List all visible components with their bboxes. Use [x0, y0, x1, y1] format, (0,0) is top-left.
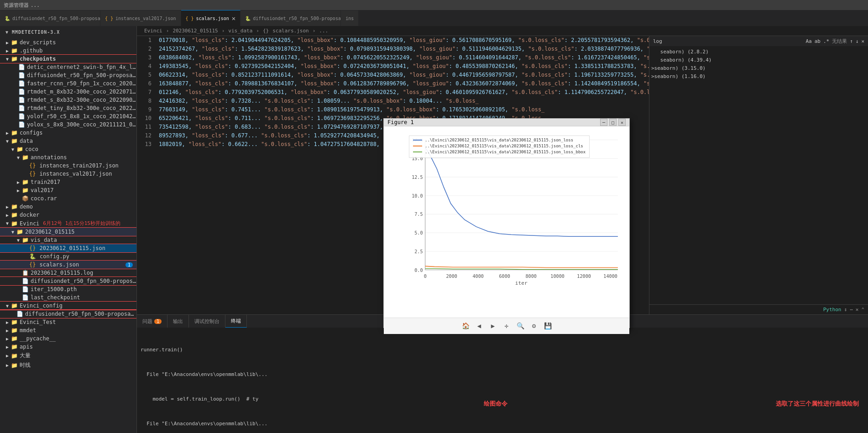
- file-icon-diffdet-evinci: 📄: [22, 278, 29, 284]
- sidebar-item-demo[interactable]: ▶ 📁 demo: [0, 203, 136, 211]
- sidebar-item-rtmdet-tiny[interactable]: 📄 rtmdet_tiny_8xb32-300e_coco_20220902_1…: [0, 104, 136, 112]
- sidebar-item-rtmdet-s[interactable]: 📄 rtmdet_s_8xb32-300e_coco_20220905_1616…: [0, 96, 136, 104]
- sidebar-item-checkpoints[interactable]: ▼ 📁 checkpoints: [0, 55, 136, 63]
- sidebar-item-cocorar[interactable]: 📦 coco.rar: [0, 194, 136, 203]
- terminal-content[interactable]: runner.train() File "E:\Anaconda\envs\op…: [137, 328, 868, 433]
- tab-debug-console[interactable]: 调试控制台: [189, 315, 225, 328]
- sidebar-item-configs[interactable]: ▶ 📁 configs: [0, 129, 136, 137]
- chart-home[interactable]: 🏠: [460, 321, 471, 331]
- search-down[interactable]: ↓: [856, 38, 859, 44]
- svg-text:10.0: 10.0: [412, 193, 423, 198]
- sidebar-item-config-py[interactable]: 🐍 config.py: [0, 252, 136, 261]
- sidebar-item-shixian[interactable]: ▶ 📁 时线: [0, 360, 136, 370]
- sidebar-item-log[interactable]: 📋 20230612_015115.log: [0, 269, 136, 277]
- sidebar-item-train2017[interactable]: ▶ 📁 train2017: [0, 178, 136, 186]
- sidebar-item-train-json[interactable]: {} instances_train2017.json: [0, 162, 136, 170]
- sidebar-item-diffdet-config[interactable]: 📄 diffusiondet_r50_fpn_500-proposals_1-s…: [0, 310, 136, 318]
- sidebar-item-docker[interactable]: ▶ 📁 docker: [0, 211, 136, 219]
- loss-bbox-curve: [425, 268, 618, 269]
- search-regex[interactable]: .*: [823, 38, 829, 44]
- search-aa[interactable]: Aa: [805, 38, 811, 44]
- chart-configure[interactable]: ⚙: [529, 321, 539, 331]
- search-close[interactable]: ✕: [861, 38, 864, 44]
- label-visdata: vis_data: [31, 237, 57, 243]
- breadcrumb-dots: ...: [319, 28, 328, 34]
- sidebar-item-faster[interactable]: 📄 faster_rcnn_r50_fpn_1x_coco_20200130-0…: [0, 79, 136, 88]
- sidebar-item-scalars-json[interactable]: {} scalars.json 1: [0, 261, 136, 269]
- sidebar-item-rtmdet-m[interactable]: 📄 rtmdet_m_8xb32-300e_coco_20220719_1122…: [0, 88, 136, 96]
- figure-restore[interactable]: □: [609, 119, 617, 126]
- breadcrumb-evinci: Evinci: [144, 28, 162, 34]
- tab-json-2[interactable]: { } scalars.json ✕: [181, 10, 241, 26]
- tab-label-1: diffusiondet_r50_fpn_500-proposals_1-ste…: [12, 16, 100, 21]
- figure-minimize[interactable]: ─: [600, 119, 607, 126]
- chart-save[interactable]: 💾: [543, 321, 553, 331]
- tab-terminal[interactable]: 终端: [225, 315, 247, 328]
- tab-output[interactable]: 输出: [167, 315, 189, 328]
- tab-problems[interactable]: 问题 1: [137, 315, 167, 328]
- sidebar-item-daliang[interactable]: ▶ 📁 大量: [0, 351, 136, 360]
- panel-close-right[interactable]: ✕: [856, 307, 859, 313]
- figure-close[interactable]: ✕: [618, 119, 626, 126]
- label-log: 20230612_015115.log: [31, 270, 93, 276]
- chart-zoom[interactable]: 🔍: [515, 321, 525, 331]
- sidebar-item-val-json[interactable]: {} instances_val2017.json: [0, 170, 136, 178]
- sidebar-item-diffdet-evinci[interactable]: 📄 diffusiondet_r50_fpn_500-proposals_1-s…: [0, 277, 136, 285]
- chart-back[interactable]: ◀: [474, 321, 484, 331]
- folder-icon-evinci-test: 📁: [11, 319, 18, 325]
- chart-forward[interactable]: ▶: [488, 321, 498, 331]
- sidebar-item-yolox[interactable]: 📄 yolox_s_8x8_300e_coco_20211121_095711-…: [0, 120, 136, 129]
- right-panel-content: seaborn) (2.8.2) seaborn) (4.39.4) >seab…: [649, 46, 868, 304]
- sidebar-item-mmdet[interactable]: ▶ 📁 mmdet: [0, 326, 136, 334]
- sidebar-item-evinci-test[interactable]: ▶ 📁 Evinci_Test: [0, 318, 136, 326]
- sidebar-item-pycache[interactable]: ▶ 📁 __pycache__: [0, 334, 136, 343]
- svg-text:0: 0: [424, 274, 427, 279]
- folder-icon-checkpoints: 📁: [11, 56, 18, 62]
- sidebar-item-dev-scripts[interactable]: ▶ 📁 dev_scripts: [0, 38, 136, 47]
- label-json-file: 20230612_015115.json: [39, 245, 105, 251]
- sidebar-item-20230612[interactable]: ▼ 📁 20230612_015115: [0, 228, 136, 236]
- sidebar-item-coco[interactable]: ▼ 📁 coco: [0, 145, 136, 153]
- sidebar-item-yolof[interactable]: 📄 yolof_r50_c5_8x8_1x_coco_20210425_0244…: [0, 112, 136, 120]
- legend-label-loss-cls: ..\Evinci\20230612_015115\vis_data\20230…: [425, 144, 583, 148]
- tab-py-1[interactable]: 🐍 diffusiondet_r50_fpn_500-proposals_1-s…: [0, 10, 100, 26]
- label-mmdet: mmdet: [20, 327, 36, 334]
- sidebar-item-detic[interactable]: 📄 detic_centernet2_swin-b_fpn_4x_lvis-co…: [0, 63, 136, 71]
- right-panel-title: log: [653, 38, 662, 44]
- chart-move[interactable]: ✛: [502, 321, 512, 331]
- tab-py-2[interactable]: 🐍 diffusiondet_r50_fpn_500-proposals_1-s…: [241, 10, 341, 26]
- label-evinci-test: Evinci_Test: [20, 319, 56, 325]
- sidebar-item-iter-pth[interactable]: 📄 iter_15000.pth: [0, 285, 136, 293]
- tab-json-1[interactable]: { } instances_val2017.json: [100, 10, 181, 26]
- label-pycache: __pycache__: [20, 335, 56, 342]
- sidebar-item-val2017[interactable]: ▶ 📁 val2017: [0, 186, 136, 194]
- search-ab[interactable]: ab: [815, 38, 821, 44]
- sidebar-item-evinci[interactable]: ▼ 📁 Evinci 6月12号 1点15分15秒开始训练的: [0, 219, 136, 228]
- sidebar-item-data[interactable]: ▼ 📁 data: [0, 137, 136, 145]
- figure-popup: Figure 1 ─ □ ✕ ..\Evinci\20230612_01511: [383, 118, 630, 328]
- sidebar-item-json-file[interactable]: {} 20230612_015115.json: [0, 244, 136, 252]
- svg-text:6000: 6000: [499, 274, 510, 279]
- panel-expand[interactable]: ⌃: [861, 307, 864, 313]
- label-faster: faster_rcnn_r50_fpn_1x_coco_20200130-047…: [27, 80, 136, 87]
- sidebar-item-github[interactable]: ▶ 📁 .github: [0, 47, 136, 55]
- arrow-github: ▶: [4, 48, 11, 53]
- label-evinci: Evinci: [20, 220, 39, 227]
- right-line-2: seaborn) (4.39.4): [651, 56, 866, 64]
- tab-close-3[interactable]: ✕: [232, 15, 235, 21]
- sidebar-item-evinci-config[interactable]: ▼ 📁 Evinci_config: [0, 302, 136, 310]
- breadcrumb-json-icon: {}: [263, 28, 269, 34]
- sidebar-item-last-checkpoint[interactable]: 📄 last_checkpoint: [0, 293, 136, 302]
- file-icon-rtmdet-s: 📄: [18, 97, 25, 103]
- sidebar-item-diffdet[interactable]: 📄 diffusiondet_r50_fpn_500-proposals_1-s…: [0, 71, 136, 79]
- sidebar-item-annotations[interactable]: ▼ 📁 annotations: [0, 153, 136, 162]
- folder-icon-val2017: 📁: [22, 187, 29, 193]
- json-icon-train: {}: [29, 162, 36, 169]
- tab-ins[interactable]: ins: [341, 10, 359, 26]
- sidebar-item-apis[interactable]: ▶ 📁 apis: [0, 343, 136, 351]
- search-up[interactable]: ↑: [850, 38, 853, 44]
- sidebar-item-visdata[interactable]: ▼ 📁 vis_data: [0, 236, 136, 244]
- legend-line-loss-bbox: [413, 151, 422, 152]
- svg-text:12000: 12000: [577, 274, 591, 279]
- label-last-checkpoint: last_checkpoint: [31, 294, 80, 301]
